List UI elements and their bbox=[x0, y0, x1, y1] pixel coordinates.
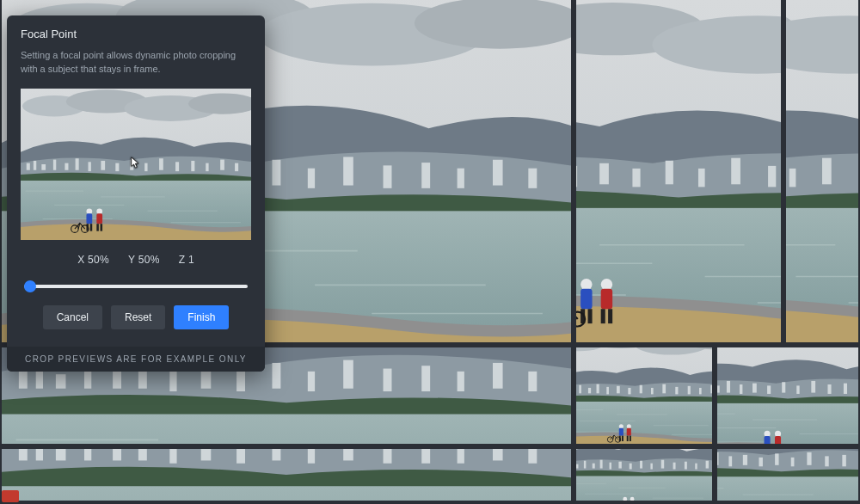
crop-preview-tile bbox=[576, 449, 712, 501]
crop-preview-tile bbox=[717, 347, 858, 444]
reset-button[interactable]: Reset bbox=[111, 305, 165, 329]
crop-preview-tile bbox=[786, 0, 858, 342]
cursor-icon bbox=[130, 157, 142, 169]
cancel-button[interactable]: Cancel bbox=[43, 305, 102, 329]
corner-badge bbox=[2, 490, 19, 502]
coord-z: Z 1 bbox=[179, 254, 194, 266]
panel-title: Focal Point bbox=[21, 28, 251, 40]
focal-point-panel: Focal Point Setting a focal point allows… bbox=[7, 15, 265, 372]
crop-preview-tile bbox=[576, 0, 781, 342]
panel-description: Setting a focal point allows dynamic pho… bbox=[21, 49, 251, 77]
focal-point-preview[interactable] bbox=[21, 89, 251, 240]
crop-preview-tile bbox=[2, 449, 571, 501]
coord-x: X 50% bbox=[77, 254, 109, 266]
zoom-slider[interactable] bbox=[24, 285, 248, 288]
crop-preview-tile bbox=[576, 347, 712, 444]
focal-coordinates: X 50% Y 50% Z 1 bbox=[21, 249, 251, 267]
crop-preview-tile bbox=[717, 449, 858, 501]
coord-y: Y 50% bbox=[128, 254, 160, 266]
panel-footer-note: CROP PREVIEWS ARE FOR EXAMPLE ONLY bbox=[7, 347, 265, 372]
finish-button[interactable]: Finish bbox=[174, 305, 229, 329]
